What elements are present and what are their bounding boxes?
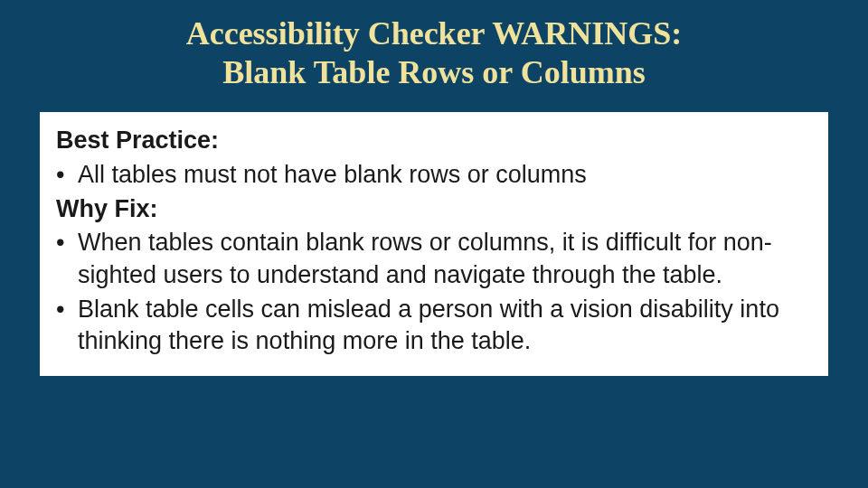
list-item-text: When tables contain blank rows or column… (78, 229, 772, 288)
slide-title: Accessibility Checker WARNINGS: Blank Ta… (0, 0, 868, 92)
why-fix-label: Why Fix: (56, 193, 812, 226)
title-line-2: Blank Table Rows or Columns (222, 54, 646, 90)
why-fix-list: •When tables contain blank rows or colum… (56, 227, 812, 358)
list-item: •When tables contain blank rows or colum… (56, 227, 812, 291)
list-item-text: All tables must not have blank rows or c… (78, 161, 587, 188)
bullet-icon: • (56, 227, 78, 259)
bullet-icon: • (56, 159, 78, 192)
list-item: •All tables must not have blank rows or … (56, 159, 812, 192)
content-box: Best Practice: •All tables must not have… (40, 112, 828, 375)
bullet-icon: • (56, 294, 78, 326)
best-practice-label: Best Practice: (56, 125, 812, 157)
best-practice-list: •All tables must not have blank rows or … (56, 159, 812, 192)
list-item-text: Blank table cells can mislead a person w… (78, 296, 779, 355)
list-item: •Blank table cells can mislead a person … (56, 294, 812, 358)
title-line-1: Accessibility Checker WARNINGS: (186, 15, 683, 52)
